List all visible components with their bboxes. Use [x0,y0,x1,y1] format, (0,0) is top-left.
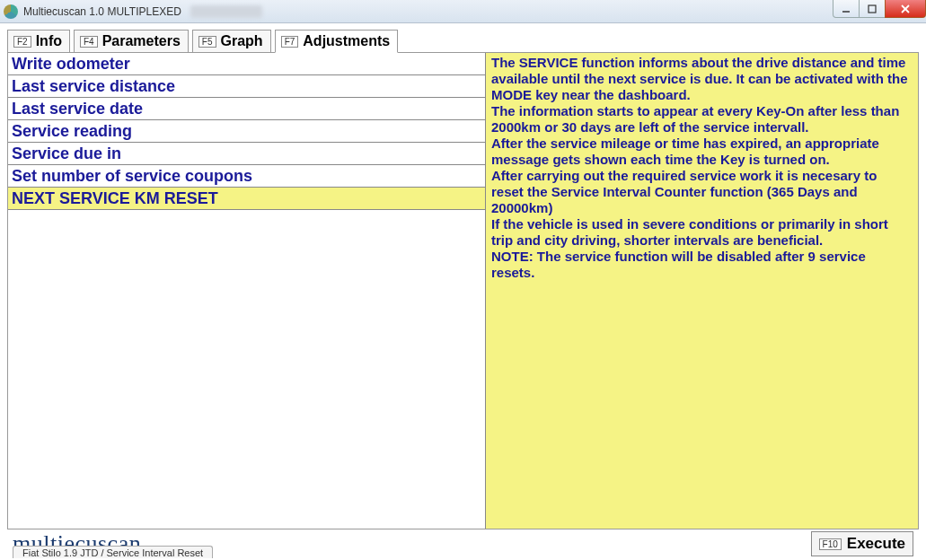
tab-info[interactable]: F2Info [7,30,70,53]
description-line: If the vehicle is used in severe conditi… [491,216,913,249]
window-controls [833,0,926,18]
description-pane: The SERVICE function informs about the d… [486,53,918,529]
maximize-icon [867,4,877,14]
fkey-badge: F2 [13,36,31,48]
tab-label: Graph [221,33,263,49]
minimize-icon [841,4,851,14]
tab-label: Parameters [102,33,181,49]
close-icon [900,4,911,14]
description-line: After carrying out the required service … [491,168,913,216]
description-line: The information starts to appear at ever… [491,103,913,136]
description-line: After the service mileage or time has ex… [491,136,913,168]
adjustment-item[interactable]: Write odometer [8,53,485,75]
status-bar: Fiat Stilo 1.9 JTD / Service Interval Re… [13,544,213,560]
adjustment-item[interactable]: NEXT SERVICE KM RESET [8,188,485,210]
execute-button[interactable]: F10 Execute [811,531,913,556]
main-content: Write odometerLast service distanceLast … [7,52,919,529]
adjustment-item[interactable]: Set number of service coupons [8,165,485,188]
status-tab[interactable]: Fiat Stilo 1.9 JTD / Service Interval Re… [13,546,213,558]
app-window: Multiecuscan 1.0 MULTIPLEXED F2InfoF4Par… [0,0,926,560]
adjustments-list[interactable]: Write odometerLast service distanceLast … [8,53,485,529]
fkey-badge: F5 [198,36,216,48]
maximize-button[interactable] [859,0,886,18]
adjustment-item[interactable]: Service due in [8,143,485,165]
execute-fkey: F10 [819,538,842,550]
adjustments-list-pane: Write odometerLast service distanceLast … [8,53,486,529]
adjustment-item[interactable]: Service reading [8,120,485,143]
execute-label: Execute [847,535,905,553]
title-extra-blurred [190,5,262,18]
tab-strip: F2InfoF4ParametersF5GraphF7Adjustments [7,29,919,52]
svg-rect-1 [869,5,876,13]
description-line: NOTE: The service function will be disab… [491,249,913,281]
client-area: F2InfoF4ParametersF5GraphF7Adjustments W… [0,23,926,560]
fkey-badge: F7 [281,36,299,48]
description-line: The SERVICE function informs about the d… [491,55,913,103]
adjustment-item[interactable]: Last service date [8,98,485,120]
tab-adjustments[interactable]: F7Adjustments [275,30,399,53]
tab-label: Info [36,33,62,49]
window-title: Multiecuscan 1.0 MULTIPLEXED [23,5,181,18]
tab-graph[interactable]: F5Graph [192,30,271,53]
fkey-badge: F4 [80,36,98,48]
tab-parameters[interactable]: F4Parameters [74,30,189,53]
titlebar[interactable]: Multiecuscan 1.0 MULTIPLEXED [0,0,926,23]
minimize-button[interactable] [833,0,860,18]
close-button[interactable] [885,0,926,18]
adjustment-item[interactable]: Last service distance [8,75,485,98]
tab-label: Adjustments [303,33,390,49]
app-icon [4,4,18,19]
